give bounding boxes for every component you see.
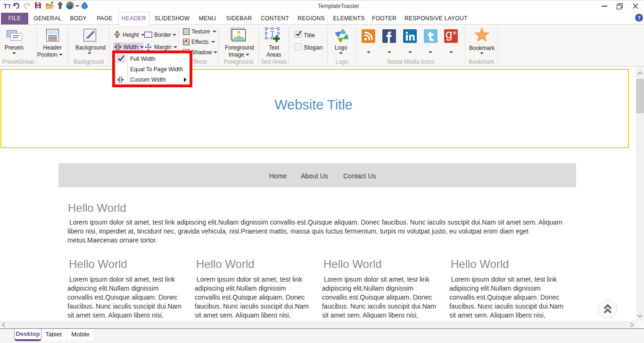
svg-text:?: ? xyxy=(637,15,641,21)
svg-text:T: T xyxy=(270,30,275,38)
